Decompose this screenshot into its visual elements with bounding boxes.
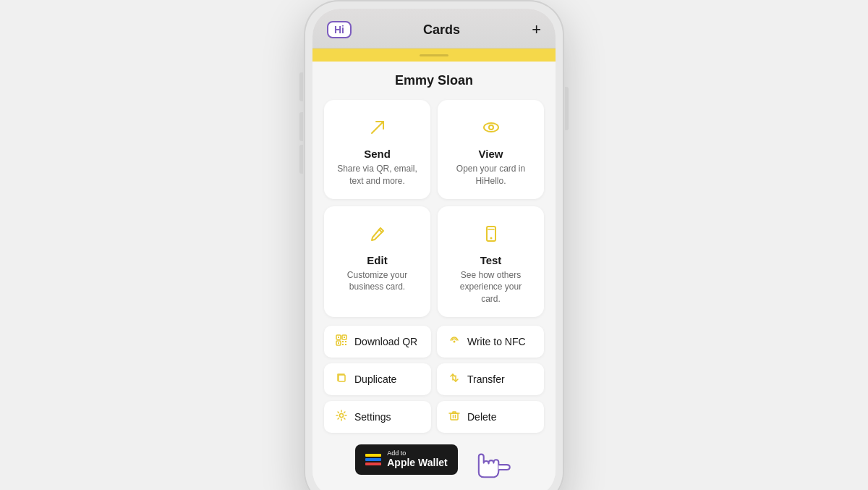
svg-rect-14: [342, 344, 344, 345]
svg-point-2: [489, 125, 493, 130]
delete-label: Delete: [467, 411, 496, 423]
svg-rect-11: [338, 342, 339, 344]
svg-rect-10: [344, 337, 345, 338]
duplicate-label: Duplicate: [354, 373, 396, 385]
content-area: Emmy Sloan Send Share via QR, email, tex…: [312, 62, 556, 490]
delete-button[interactable]: Delete: [437, 401, 544, 433]
duplicate-icon: [334, 372, 349, 386]
list-actions-row2: Duplicate Transfer: [324, 363, 544, 395]
svg-rect-19: [451, 413, 458, 420]
send-icon: [366, 114, 389, 140]
add-card-button[interactable]: +: [532, 20, 541, 39]
write-nfc-label: Write to NFC: [467, 336, 526, 347]
write-nfc-icon: [447, 334, 461, 349]
view-desc: Open your card in HiHello.: [449, 163, 532, 187]
svg-rect-9: [338, 337, 339, 338]
test-desc: See how others experience your card.: [449, 269, 532, 305]
svg-line-0: [372, 122, 383, 133]
list-actions-row1: Download QR Write to NFC: [324, 326, 544, 358]
wallet-name-label: Apple Wallet: [387, 457, 448, 469]
hand-pointer-illustration: [469, 442, 513, 478]
duplicate-button[interactable]: Duplicate: [324, 363, 431, 395]
wallet-icon: [365, 454, 381, 465]
hi-badge[interactable]: Hi: [327, 21, 352, 38]
svg-rect-12: [342, 341, 344, 342]
svg-rect-17: [339, 375, 345, 381]
settings-icon: [334, 410, 349, 424]
wallet-add-to-label: Add to: [387, 450, 448, 457]
settings-label: Settings: [354, 411, 391, 423]
user-name: Emmy Sloan: [324, 73, 544, 88]
settings-button[interactable]: Settings: [324, 401, 431, 433]
svg-rect-15: [345, 344, 346, 345]
test-card[interactable]: Test See how others experience your card…: [438, 206, 544, 317]
transfer-icon: [447, 372, 461, 386]
edit-icon: [366, 221, 389, 247]
list-actions-row3: Settings Delete: [324, 401, 544, 433]
test-icon: [480, 221, 503, 247]
transfer-label: Transfer: [467, 373, 505, 385]
header: Hi Cards +: [312, 9, 556, 48]
apple-wallet-button[interactable]: Add to Apple Wallet: [355, 444, 458, 475]
transfer-button[interactable]: Transfer: [437, 363, 544, 395]
wallet-section: Add to Apple Wallet: [324, 442, 544, 483]
delete-icon: [447, 410, 461, 424]
wallet-text: Add to Apple Wallet: [387, 450, 448, 469]
page-title: Cards: [423, 22, 460, 38]
view-card[interactable]: View Open your card in HiHello.: [438, 100, 544, 199]
send-card[interactable]: Send Share via QR, email, text and more.: [324, 100, 430, 199]
yellow-bar: [312, 48, 556, 62]
download-qr-label: Download QR: [354, 336, 417, 347]
svg-rect-13: [345, 341, 346, 342]
svg-point-18: [340, 413, 344, 417]
edit-title: Edit: [367, 254, 387, 266]
send-desc: Share via QR, email, text and more.: [336, 163, 419, 187]
svg-point-16: [454, 340, 456, 342]
test-title: Test: [480, 254, 502, 266]
phone-screen: Hi Cards + Emmy Sloan: [312, 9, 556, 490]
send-title: Send: [364, 148, 391, 160]
grid-actions: Send Share via QR, email, text and more.…: [324, 100, 544, 317]
phone-frame: Hi Cards + Emmy Sloan: [304, 0, 564, 490]
download-qr-icon: [334, 334, 349, 349]
edit-card[interactable]: Edit Customize your business card.: [324, 206, 430, 317]
write-nfc-button[interactable]: Write to NFC: [437, 326, 544, 358]
view-title: View: [479, 148, 503, 160]
edit-desc: Customize your business card.: [336, 269, 419, 294]
yellow-bar-line: [420, 54, 448, 56]
download-qr-button[interactable]: Download QR: [324, 326, 431, 358]
svg-point-4: [490, 237, 492, 239]
svg-point-1: [484, 123, 498, 132]
view-icon: [480, 114, 503, 140]
